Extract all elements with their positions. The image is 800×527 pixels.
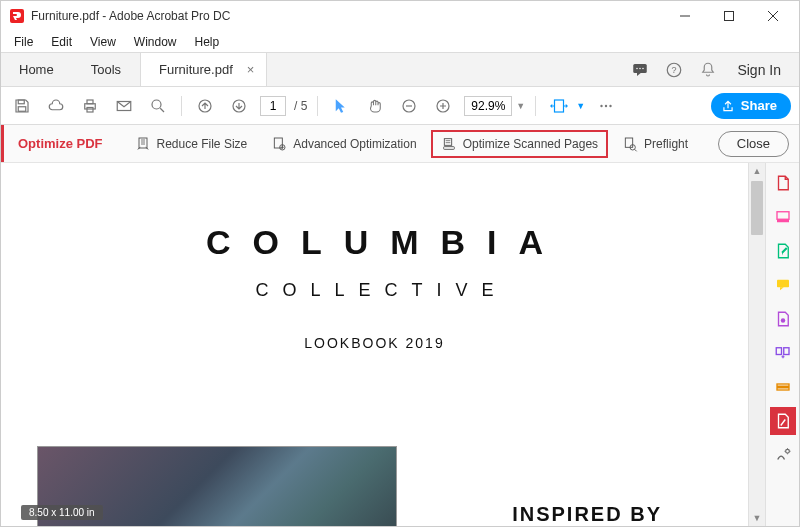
tab-tools[interactable]: Tools: [73, 53, 140, 86]
zoom-input[interactable]: [464, 96, 512, 116]
svg-rect-23: [139, 138, 147, 148]
svg-point-5: [643, 67, 645, 69]
share-button[interactable]: Share: [711, 93, 791, 119]
svg-rect-12: [87, 107, 93, 112]
document-pane[interactable]: COLUMBIA COLLECTIVE LOOKBOOK 2019 INSPIR…: [1, 163, 748, 526]
scroll-up-icon[interactable]: ▲: [749, 163, 765, 179]
app-icon: [9, 8, 25, 24]
svg-rect-24: [275, 138, 283, 148]
svg-point-4: [640, 67, 642, 69]
bell-icon[interactable]: [693, 55, 723, 85]
sidebar-fill-sign[interactable]: [770, 441, 796, 469]
tab-row: Home Tools Furniture.pdf × ? Sign In: [1, 53, 799, 87]
svg-rect-30: [777, 212, 789, 220]
sidebar-organize[interactable]: [770, 339, 796, 367]
tab-home[interactable]: Home: [1, 53, 73, 86]
document-heading: COLUMBIA: [17, 223, 732, 262]
more-icon[interactable]: [593, 93, 619, 119]
svg-rect-35: [783, 348, 788, 355]
menu-bar: File Edit View Window Help: [1, 31, 799, 53]
save-icon[interactable]: [9, 93, 35, 119]
fit-width-icon[interactable]: [546, 93, 572, 119]
menu-edit[interactable]: Edit: [42, 33, 81, 51]
fit-dropdown-icon[interactable]: ▼: [576, 101, 585, 111]
svg-rect-28: [625, 138, 632, 147]
sidebar-redact[interactable]: [770, 373, 796, 401]
svg-rect-8: [18, 100, 24, 104]
svg-point-21: [605, 104, 607, 106]
zoom-out-icon[interactable]: [396, 93, 422, 119]
svg-point-3: [637, 67, 639, 69]
zoom-dropdown-icon[interactable]: ▼: [516, 101, 525, 111]
preflight-button[interactable]: Preflight: [614, 132, 696, 156]
sidebar-combine[interactable]: [770, 305, 796, 333]
svg-point-38: [785, 449, 789, 453]
page-number-input[interactable]: [260, 96, 286, 116]
svg-text:?: ?: [672, 65, 677, 75]
sidebar-edit-pdf[interactable]: [770, 237, 796, 265]
search-icon[interactable]: [145, 93, 171, 119]
sidebar-export-pdf[interactable]: [770, 203, 796, 231]
tab-document-label: Furniture.pdf: [159, 62, 233, 77]
window-title: Furniture.pdf - Adobe Acrobat Pro DC: [31, 9, 230, 23]
page-up-icon[interactable]: [192, 93, 218, 119]
optimize-scanned-pages-button[interactable]: Optimize Scanned Pages: [433, 132, 606, 156]
tab-document[interactable]: Furniture.pdf ×: [140, 53, 267, 86]
svg-rect-32: [777, 280, 789, 288]
svg-point-14: [152, 100, 161, 109]
page-down-icon[interactable]: [226, 93, 252, 119]
svg-rect-10: [85, 103, 96, 108]
title-bar: Furniture.pdf - Adobe Acrobat Pro DC: [1, 1, 799, 31]
document-page: COLUMBIA COLLECTIVE LOOKBOOK 2019 INSPIR…: [17, 163, 732, 526]
print-icon[interactable]: [77, 93, 103, 119]
chat-icon[interactable]: [625, 55, 655, 85]
optimize-pdf-label: Optimize PDF: [1, 125, 127, 162]
vertical-scrollbar[interactable]: ▲ ▼: [748, 163, 765, 526]
menu-help[interactable]: Help: [186, 33, 229, 51]
scroll-down-icon[interactable]: ▼: [749, 510, 765, 526]
svg-rect-31: [777, 219, 789, 222]
document-subheading: COLLECTIVE: [17, 280, 732, 301]
select-tool-icon[interactable]: [328, 93, 354, 119]
advanced-optimization-button[interactable]: Advanced Optimization: [263, 132, 424, 156]
svg-rect-34: [776, 348, 781, 355]
menu-file[interactable]: File: [5, 33, 42, 51]
sidebar-optimize[interactable]: [770, 407, 796, 435]
preflight-label: Preflight: [644, 137, 688, 151]
page-total-label: / 5: [294, 99, 307, 113]
svg-rect-11: [87, 100, 93, 104]
cloud-icon[interactable]: [43, 93, 69, 119]
svg-point-20: [600, 104, 602, 106]
minimize-button[interactable]: [663, 2, 707, 30]
toolbar: / 5 ▼ ▼ Share: [1, 87, 799, 125]
scroll-track[interactable]: [749, 179, 765, 510]
scroll-thumb[interactable]: [751, 181, 763, 235]
share-icon: [721, 99, 735, 113]
preflight-icon: [622, 136, 638, 152]
svg-rect-9: [18, 106, 26, 111]
reduce-file-size-label: Reduce File Size: [157, 137, 248, 151]
svg-rect-19: [555, 100, 564, 112]
tab-document-close-icon[interactable]: ×: [247, 62, 255, 77]
tools-sidebar: [765, 163, 799, 526]
optimize-scanned-pages-label: Optimize Scanned Pages: [463, 137, 598, 151]
sidebar-comment[interactable]: [770, 271, 796, 299]
help-icon[interactable]: ?: [659, 55, 689, 85]
close-window-button[interactable]: [751, 2, 795, 30]
document-lookbook: LOOKBOOK 2019: [17, 335, 732, 351]
document-inspired: INSPIRED BY: [512, 503, 662, 526]
sidebar-create-pdf[interactable]: [770, 169, 796, 197]
svg-rect-1: [725, 12, 734, 21]
svg-rect-27: [443, 146, 454, 149]
reduce-file-size-button[interactable]: Reduce File Size: [127, 132, 256, 156]
maximize-button[interactable]: [707, 2, 751, 30]
zoom-in-icon[interactable]: [430, 93, 456, 119]
close-toolbar-button[interactable]: Close: [718, 131, 789, 157]
menu-window[interactable]: Window: [125, 33, 186, 51]
sign-in-button[interactable]: Sign In: [727, 62, 791, 78]
optimize-scanned-pages-icon: [441, 136, 457, 152]
hand-tool-icon[interactable]: [362, 93, 388, 119]
advanced-optimization-icon: [271, 136, 287, 152]
menu-view[interactable]: View: [81, 33, 125, 51]
email-icon[interactable]: [111, 93, 137, 119]
